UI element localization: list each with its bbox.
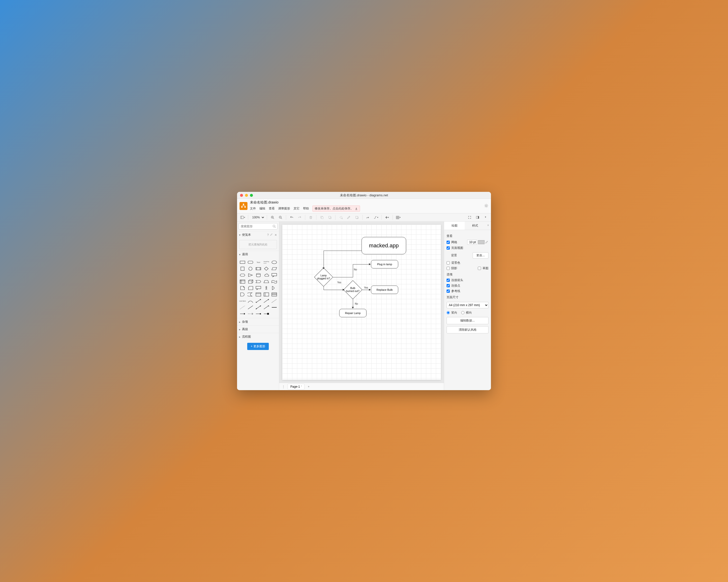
shape-cloud[interactable] <box>263 272 270 278</box>
redo-button[interactable] <box>296 214 303 220</box>
shape-trapezoid[interactable] <box>263 279 270 284</box>
close-panel-button[interactable]: × <box>485 221 491 230</box>
shape-link1[interactable] <box>271 305 278 310</box>
shape-container[interactable] <box>255 292 262 297</box>
page-view-checkbox[interactable] <box>447 246 450 249</box>
shape-curve[interactable] <box>247 298 254 303</box>
shape-list-item[interactable]: List Item <box>239 298 246 303</box>
general-header[interactable]: ▾ 通用 <box>237 251 279 258</box>
undo-button[interactable] <box>288 214 295 220</box>
shadow-label[interactable]: 阴影 <box>451 266 457 270</box>
advanced-header[interactable]: ▸ 高级 <box>237 326 279 333</box>
page-tab[interactable]: Page-1 ˆ <box>288 384 305 390</box>
shape-step[interactable] <box>255 279 262 284</box>
search-input[interactable] <box>238 223 278 230</box>
shape-and[interactable] <box>239 292 246 297</box>
shape-list[interactable] <box>271 292 278 297</box>
menu-help[interactable]: 帮助 <box>303 207 309 211</box>
table-button[interactable]: ▾ <box>395 214 402 220</box>
file-title[interactable]: 未命名绘图.drawio <box>250 200 482 205</box>
grid-checkbox[interactable] <box>447 241 450 244</box>
shape-dir-arrow[interactable] <box>263 305 270 310</box>
close-window-button[interactable] <box>240 194 243 197</box>
conn-arrows-checkbox[interactable] <box>447 279 450 282</box>
shape-hexagon[interactable] <box>239 272 246 278</box>
line-color-button[interactable] <box>345 214 352 220</box>
to-front-button[interactable] <box>318 214 325 220</box>
shape-line[interactable] <box>247 305 254 310</box>
shape-link2[interactable] <box>239 311 246 317</box>
fullscreen-button[interactable] <box>466 214 473 220</box>
to-back-button[interactable] <box>326 214 333 220</box>
delete-button[interactable] <box>307 214 314 220</box>
shape-bidir-arrow[interactable] <box>255 298 262 303</box>
shadow-checkbox[interactable] <box>447 267 450 270</box>
shape-link5[interactable] <box>263 311 270 317</box>
shape-dotted[interactable] <box>239 305 246 310</box>
edit-data-button[interactable]: 编辑数据... <box>447 317 489 324</box>
pencil-icon[interactable] <box>270 233 273 236</box>
minimize-window-button[interactable] <box>245 194 248 197</box>
close-icon[interactable]: ✕ <box>275 233 277 237</box>
format-panel-button[interactable] <box>474 214 481 220</box>
shape-note[interactable] <box>239 285 246 291</box>
grid-color-swatch[interactable] <box>478 240 485 244</box>
shape-link3[interactable] <box>247 311 254 317</box>
clear-style-button[interactable]: 清除默认风格 <box>447 326 489 334</box>
collapse-button[interactable] <box>482 214 489 220</box>
shape-link4[interactable] <box>255 311 262 317</box>
node-replace-bulb[interactable]: Replace Bulb <box>371 286 398 294</box>
change-bg-button[interactable]: 更改... <box>473 252 489 259</box>
shape-tape[interactable] <box>271 279 278 284</box>
guides-label[interactable]: 参考线 <box>451 289 460 293</box>
landscape-label[interactable]: 横向 <box>466 311 472 315</box>
shape-bidir2[interactable] <box>255 305 262 310</box>
menu-arrange[interactable]: 调整图形 <box>278 207 290 211</box>
shape-dashed[interactable] <box>271 298 278 303</box>
flowchart-header[interactable]: ▸ 流程图 <box>237 333 279 340</box>
sidebar-toggle-button[interactable]: ▾ <box>239 214 246 220</box>
shape-card[interactable] <box>247 285 254 291</box>
shape-internal-storage[interactable] <box>239 279 246 284</box>
scratchpad-header[interactable]: ▾ 便笺本 ? ✕ <box>237 231 279 238</box>
zoom-select[interactable]: 100% <box>250 215 265 220</box>
shape-arrow[interactable] <box>263 298 270 303</box>
waypoint-button[interactable]: ▾ <box>372 214 380 220</box>
shape-diamond[interactable] <box>263 266 270 271</box>
page-view-label[interactable]: 页面视图 <box>451 246 463 250</box>
bg-color-label[interactable]: 背景色 <box>451 261 460 265</box>
shape-or[interactable] <box>271 285 278 291</box>
help-icon[interactable]: ? <box>267 233 269 237</box>
node-repair-lamp[interactable]: Repair Lamp <box>339 309 366 317</box>
menu-view[interactable]: 查看 <box>269 207 275 211</box>
grid-label[interactable]: 网格 <box>451 240 457 244</box>
scratchpad-dropzone[interactable]: 把元素拖到此处 <box>239 240 277 249</box>
pages-menu-button[interactable]: ⋮ <box>281 384 286 389</box>
menu-extras[interactable]: 其它 <box>293 207 300 211</box>
tab-style[interactable]: 样式 <box>465 221 485 230</box>
shape-cylinder[interactable] <box>255 272 262 278</box>
sketch-label[interactable]: 草图 <box>483 266 489 270</box>
shape-text[interactable]: Text <box>255 260 262 265</box>
pencil-icon[interactable] <box>486 241 489 244</box>
menu-edit[interactable]: 编辑 <box>259 207 265 211</box>
shape-heading[interactable]: Heading━━━ <box>263 260 270 265</box>
shape-rounded-rect[interactable] <box>247 260 254 265</box>
maximize-window-button[interactable] <box>250 194 253 197</box>
shape-ellipse[interactable] <box>271 260 278 265</box>
node-decision-plugged[interactable]: Lamp plugged in? <box>314 268 333 287</box>
zoom-in-button[interactable] <box>269 214 276 220</box>
shape-actor[interactable] <box>263 285 270 291</box>
shape-square[interactable] <box>239 266 246 271</box>
portrait-label[interactable]: 竖向 <box>451 311 457 315</box>
more-shapes-button[interactable]: + 更多图形 <box>247 343 268 350</box>
landscape-radio[interactable] <box>461 311 464 314</box>
shape-triangle[interactable] <box>247 272 254 278</box>
shape-process[interactable] <box>255 266 262 271</box>
node-title[interactable]: macked.app <box>362 237 406 254</box>
connection-button[interactable] <box>364 214 371 220</box>
conn-arrows-label[interactable]: 连接箭头 <box>451 278 463 282</box>
page-size-select[interactable]: A4 (210 mm x 297 mm) <box>447 302 489 308</box>
fill-color-button[interactable] <box>337 214 344 220</box>
conn-points-label[interactable]: 连接点 <box>451 284 460 288</box>
